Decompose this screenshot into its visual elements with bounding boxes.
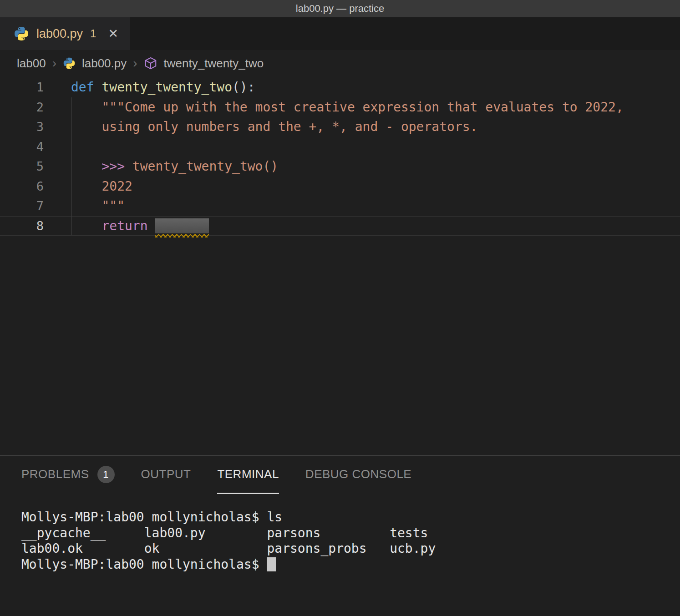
code-line[interactable]: 6 2022 <box>0 177 680 197</box>
code-token: """ <box>101 198 125 213</box>
code-text: >>> twenty_twenty_two() <box>71 159 278 174</box>
panel-tab-label: DEBUG CONSOLE <box>305 467 411 481</box>
tab-bar: lab00.py 1 ✕ <box>0 17 680 50</box>
code-token: using only numbers and the +, *, and - o… <box>101 119 477 134</box>
code-token: >>> <box>101 159 125 174</box>
chevron-right-icon: › <box>52 56 56 71</box>
code-line[interactable]: 4 <box>0 137 680 157</box>
terminal-output[interactable]: Mollys-MBP:lab00 mollynicholas$ ls__pyca… <box>0 494 680 572</box>
terminal-line: Mollys-MBP:lab00 mollynicholas$ <box>21 557 680 573</box>
breadcrumb-item-symbol[interactable]: twenty_twenty_two <box>164 56 264 71</box>
python-icon <box>14 26 29 41</box>
line-number: 5 <box>0 159 44 173</box>
code-line[interactable]: 5 >>> twenty_twenty_two() <box>0 157 680 177</box>
code-token <box>148 218 156 233</box>
terminal-text: lab00.ok ok parsons_probs ucb.py <box>21 541 436 556</box>
code-line[interactable]: 2 """Come up with the most creative expr… <box>0 97 680 117</box>
panel-tab-label: OUTPUT <box>141 467 191 481</box>
terminal-text: __pycache__ lab00.py parsons tests <box>21 525 428 540</box>
panel-tab-debug-console[interactable]: DEBUG CONSOLE <box>305 456 411 494</box>
code-token: twenty_twenty_two <box>101 80 232 95</box>
editor-tab-lab00[interactable]: lab00.py 1 ✕ <box>0 17 130 50</box>
line-number: 1 <box>0 80 44 94</box>
code-text: 2022 <box>71 179 132 194</box>
line-number: 4 <box>0 140 44 154</box>
indent-guide <box>71 97 72 235</box>
line-number: 6 <box>0 179 44 193</box>
code-token <box>71 218 101 233</box>
code-token <box>71 179 101 194</box>
breadcrumb-item-file[interactable]: lab00.py <box>82 56 127 71</box>
panel-tab-bar: PROBLEMS 1 OUTPUT TERMINAL DEBUG CONSOLE <box>0 456 680 494</box>
titlebar: lab00.py — practice <box>0 0 680 17</box>
breadcrumb: lab00 › lab00.py › twenty_twenty_two <box>0 50 680 76</box>
code-line[interactable]: 1def twenty_twenty_two(): <box>0 77 680 97</box>
line-number: 7 <box>0 199 44 213</box>
breadcrumb-item-folder[interactable]: lab00 <box>17 56 46 71</box>
panel-tab-output[interactable]: OUTPUT <box>141 456 191 494</box>
line-number: 3 <box>0 120 44 134</box>
panel-tab-terminal[interactable]: TERMINAL <box>217 456 279 494</box>
tab-label: lab00.py <box>36 27 83 41</box>
symbol-method-cube-icon <box>144 56 157 70</box>
code-text: using only numbers and the +, *, and - o… <box>71 119 477 134</box>
code-token <box>71 198 101 213</box>
code-token: """Come up with the most creative expres… <box>101 100 623 115</box>
line-number: 2 <box>0 100 44 114</box>
code-text: def twenty_twenty_two(): <box>71 80 255 95</box>
terminal-line: Mollys-MBP:lab00 mollynicholas$ ls <box>21 510 680 525</box>
panel-tab-label: PROBLEMS <box>21 467 89 481</box>
terminal-cursor <box>267 557 276 571</box>
bottom-panel: PROBLEMS 1 OUTPUT TERMINAL DEBUG CONSOLE… <box>0 455 680 615</box>
chevron-right-icon: › <box>133 56 137 71</box>
code-text: """ <box>71 198 125 213</box>
code-lines: 1def twenty_twenty_two():2 """Come up wi… <box>0 76 680 236</box>
tab-problem-count: 1 <box>90 27 96 40</box>
tab-close-icon[interactable]: ✕ <box>108 26 118 41</box>
code-text: """Come up with the most creative expres… <box>71 100 624 115</box>
window-title: lab00.py — practice <box>296 3 384 15</box>
terminal-text: Mollys-MBP:lab00 mollynicholas$ ls <box>21 510 282 525</box>
code-line[interactable]: 3 using only numbers and the +, *, and -… <box>0 117 680 137</box>
panel-tab-problems[interactable]: PROBLEMS 1 <box>21 456 115 494</box>
code-token <box>71 159 101 174</box>
terminal-text: Mollys-MBP:lab00 mollynicholas$ <box>21 557 267 572</box>
terminal-line: __pycache__ lab00.py parsons tests <box>21 525 680 541</box>
code-token: def <box>71 80 94 95</box>
code-token: 2022 <box>101 179 132 194</box>
code-line[interactable]: 7 """ <box>0 196 680 216</box>
code-editor[interactable]: 1def twenty_twenty_two():2 """Come up wi… <box>0 76 680 455</box>
code-token: twenty_twenty_two() <box>125 159 278 174</box>
code-text: return <box>71 218 209 233</box>
code-line[interactable]: 8 return <box>0 216 680 236</box>
snippet-placeholder[interactable] <box>155 218 209 233</box>
problems-count-badge: 1 <box>97 466 115 483</box>
code-token: return <box>101 218 147 233</box>
code-token <box>94 80 102 95</box>
python-icon <box>63 57 76 70</box>
code-token <box>71 100 101 115</box>
code-token: (): <box>232 80 255 95</box>
line-number: 8 <box>0 219 44 233</box>
code-token <box>71 119 101 134</box>
terminal-line: lab00.ok ok parsons_probs ucb.py <box>21 541 680 557</box>
panel-tab-label: TERMINAL <box>217 467 279 481</box>
